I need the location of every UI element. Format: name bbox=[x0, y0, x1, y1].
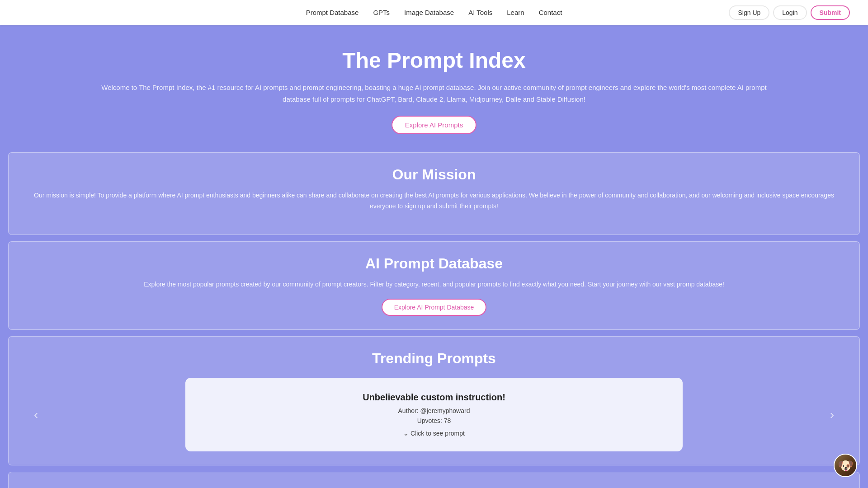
mission-title: Our Mission bbox=[27, 166, 841, 183]
nav-gpts[interactable]: GPTs bbox=[373, 9, 390, 16]
nav-ai-tools[interactable]: AI Tools bbox=[468, 9, 492, 16]
learn-section: Learn Explore the world of AI prompts an… bbox=[8, 472, 860, 488]
mission-description: Our mission is simple! To provide a plat… bbox=[27, 190, 841, 212]
carousel-prev-button[interactable]: ‹ bbox=[27, 408, 45, 422]
prompt-expand-label: Click to see prompt bbox=[410, 430, 465, 437]
trending-title: Trending Prompts bbox=[27, 350, 841, 367]
trending-section: Trending Prompts ‹ Unbelievable custom i… bbox=[8, 336, 860, 465]
chat-avatar-icon: 🐶 bbox=[838, 458, 854, 473]
login-button[interactable]: Login bbox=[773, 5, 807, 20]
prompt-author: Author: @jeremyphoward bbox=[212, 407, 656, 414]
signup-button[interactable]: Sign Up bbox=[729, 5, 769, 20]
mission-section: Our Mission Our mission is simple! To pr… bbox=[8, 152, 860, 235]
nav-actions: Sign Up Login Submit bbox=[729, 5, 850, 20]
chevron-down-icon: ⌄ bbox=[403, 430, 409, 437]
ai-prompt-db-title: AI Prompt Database bbox=[27, 255, 841, 272]
hero-description: Welcome to The Prompt Index, the #1 reso… bbox=[90, 82, 778, 105]
ai-prompt-db-section: AI Prompt Database Explore the most popu… bbox=[8, 241, 860, 330]
submit-button[interactable]: Submit bbox=[811, 5, 850, 20]
nav-contact[interactable]: Contact bbox=[539, 9, 562, 16]
navbar: Prompt Database GPTs Image Database AI T… bbox=[0, 0, 868, 25]
ai-prompt-db-description: Explore the most popular prompts created… bbox=[27, 279, 841, 290]
prompt-card: Unbelievable custom instruction! Author:… bbox=[185, 378, 683, 451]
nav-learn[interactable]: Learn bbox=[507, 9, 524, 16]
prompt-upvotes: Upvotes: 78 bbox=[212, 417, 656, 424]
carousel-next-button[interactable]: › bbox=[823, 408, 841, 422]
learn-title: Learn bbox=[27, 486, 841, 488]
explore-prompts-button[interactable]: Explore AI Prompts bbox=[392, 116, 476, 134]
carousel: ‹ Unbelievable custom instruction! Autho… bbox=[27, 378, 841, 451]
hero-section: The Prompt Index Welcome to The Prompt I… bbox=[0, 25, 868, 152]
explore-prompt-db-button[interactable]: Explore AI Prompt Database bbox=[382, 299, 487, 316]
nav-image-database[interactable]: Image Database bbox=[404, 9, 454, 16]
chat-avatar: 🐶 bbox=[835, 455, 856, 476]
nav-links: Prompt Database GPTs Image Database AI T… bbox=[306, 9, 562, 17]
nav-prompt-database[interactable]: Prompt Database bbox=[306, 9, 359, 16]
prompt-expand-button[interactable]: ⌄ Click to see prompt bbox=[212, 430, 656, 437]
chat-widget[interactable]: 🐶 bbox=[834, 454, 857, 477]
prompt-title: Unbelievable custom instruction! bbox=[212, 392, 656, 403]
hero-title: The Prompt Index bbox=[90, 48, 778, 73]
